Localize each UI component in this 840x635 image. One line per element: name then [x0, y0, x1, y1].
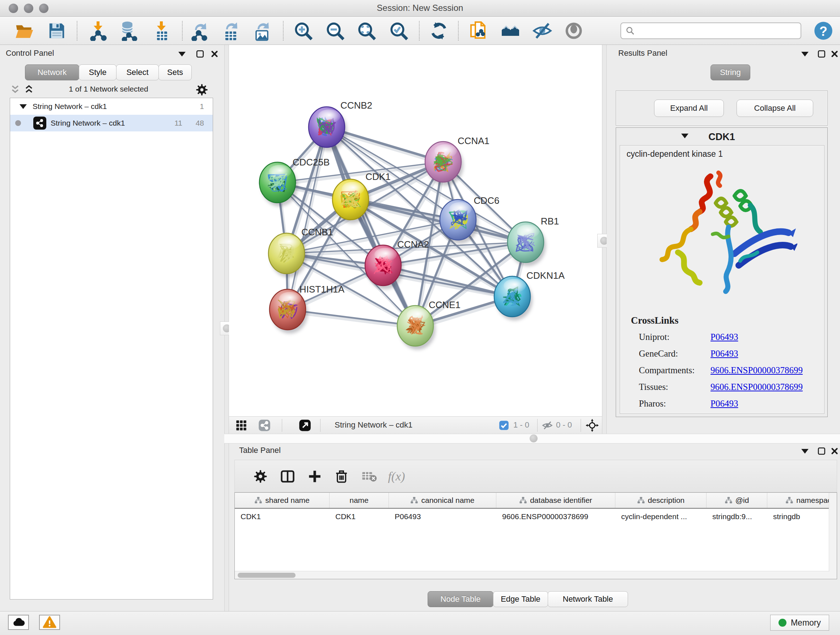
show-columns-button[interactable] — [279, 468, 296, 485]
table-cell[interactable]: cyclin-dependent ... — [615, 509, 706, 524]
refresh-view-button[interactable] — [428, 20, 450, 42]
delete-table-button[interactable] — [361, 468, 378, 485]
close-icon — [831, 447, 838, 455]
table-cell[interactable]: CDK1 — [330, 509, 389, 524]
delete-column-button[interactable] — [333, 468, 350, 485]
help-button[interactable]: ? — [813, 20, 834, 42]
tab-select[interactable]: Select — [116, 65, 159, 80]
network-graph[interactable]: CCNB2CCNA1CDC25BCDK1CDC6RB1CCNB1CCNA2CDK… — [229, 45, 602, 416]
save-floppy-icon — [47, 21, 66, 41]
scrollbar-thumb[interactable] — [238, 573, 295, 578]
table-panel-close-button[interactable] — [830, 447, 839, 456]
table-cell[interactable]: 9606.ENSP00000378699 — [496, 509, 615, 524]
export-image-button[interactable] — [251, 20, 273, 42]
zoom-selected-icon — [388, 21, 409, 41]
column-header-shared-name[interactable]: shared name — [235, 493, 330, 508]
table-panel-title: Table Panel — [239, 446, 281, 455]
tab-network[interactable]: Network — [25, 65, 79, 80]
control-panel-tabbar: NetworkStyleSelectSets — [25, 65, 192, 80]
results-panel-close-button[interactable] — [830, 49, 839, 59]
table-cell[interactable]: CDK1 — [235, 509, 330, 524]
table-cell[interactable]: stringdb:9... — [706, 509, 767, 524]
hierarchy-icon — [725, 496, 733, 504]
expand-all-button[interactable] — [23, 84, 35, 97]
expand-all-button[interactable]: Expand All — [654, 100, 724, 117]
tab-sets[interactable]: Sets — [158, 65, 192, 80]
tab-style[interactable]: Style — [79, 65, 117, 80]
zoom-out-button[interactable] — [324, 20, 346, 42]
export-table-button[interactable] — [219, 20, 241, 42]
network-tree-child-row[interactable]: String Network – cdk1 11 48 — [10, 115, 213, 131]
collapse-all-button[interactable] — [9, 84, 21, 97]
create-column-button[interactable] — [306, 468, 323, 485]
hide-selection-button[interactable] — [531, 20, 553, 42]
crosslink-link[interactable]: 9606.ENSP00000378699 — [711, 365, 803, 375]
crosslink-link[interactable]: P06493 — [711, 348, 738, 359]
import-network-from-database-button[interactable] — [117, 20, 139, 42]
network-tree-root-row[interactable]: String Network – cdk1 1 — [10, 98, 213, 115]
double-chevron-down-icon — [9, 84, 21, 96]
fit-content-button[interactable] — [586, 419, 599, 432]
detach-view-button[interactable] — [298, 419, 311, 432]
open-session-button[interactable] — [14, 20, 35, 42]
search-input[interactable] — [638, 26, 801, 35]
memory-button[interactable]: Memory — [770, 615, 829, 631]
function-builder-button[interactable]: f(x) — [388, 468, 405, 485]
node-label-CCNA2: CCNA2 — [397, 239, 429, 250]
grid-view-button[interactable] — [235, 419, 248, 432]
hidden-indicator[interactable] — [541, 419, 554, 432]
tab-string[interactable]: String — [711, 65, 750, 80]
column-header-description[interactable]: description — [615, 493, 706, 508]
zoom-in-button[interactable] — [292, 20, 314, 42]
selected-checkbox[interactable] — [497, 419, 510, 432]
clone-network-button[interactable] — [467, 20, 489, 42]
column-header-namespace[interactable]: namespace — [767, 493, 837, 508]
table-vertical-scrollbar[interactable] — [829, 493, 837, 579]
columns-icon — [279, 469, 295, 485]
tree-expand-icon[interactable] — [19, 104, 27, 109]
results-panel-collapse-button[interactable] — [800, 49, 810, 59]
table-options-button[interactable] — [252, 468, 269, 485]
control-panel-float-button[interactable] — [195, 49, 205, 59]
birds-eye-view-button[interactable] — [258, 419, 271, 432]
collapse-all-button[interactable]: Collapse All — [737, 100, 813, 117]
tree-child-node-count: 11 — [174, 119, 182, 127]
first-neighbors-button[interactable] — [500, 20, 521, 42]
zoom-fit-button[interactable] — [355, 20, 377, 42]
column-header-id[interactable]: @id — [706, 493, 767, 508]
zoom-selected-button[interactable] — [388, 20, 409, 42]
tab-node-table[interactable]: Node Table — [428, 591, 493, 607]
tab-edge-table[interactable]: Edge Table — [493, 591, 548, 607]
cloud-status-button[interactable] — [8, 615, 29, 630]
window-title: Session: New Session — [0, 3, 840, 13]
svg-text:?: ? — [819, 24, 827, 39]
column-header-label: canonical name — [421, 496, 474, 505]
table-cell[interactable]: stringdb — [767, 509, 837, 524]
show-all-button[interactable] — [563, 20, 584, 42]
tab-network-table[interactable]: Network Table — [548, 591, 628, 607]
crosslink-link[interactable]: P06493 — [711, 399, 738, 409]
table-panel-float-button[interactable] — [817, 447, 826, 456]
control-panel-close-button[interactable] — [210, 49, 219, 59]
table-cell[interactable]: P06493 — [389, 509, 496, 524]
table-row[interactable]: CDK1CDK1P064939606.ENSP00000378699cyclin… — [235, 509, 837, 524]
toolbar-separator — [77, 21, 77, 41]
string-network-icon — [33, 117, 46, 130]
table-panel-collapse-button[interactable] — [800, 447, 810, 456]
plus-icon — [307, 469, 322, 484]
import-table-from-file-button[interactable] — [150, 20, 172, 42]
warnings-button[interactable] — [39, 615, 60, 630]
column-header-name[interactable]: name — [330, 493, 389, 508]
column-header-canonical-name[interactable]: canonical name — [389, 493, 496, 508]
crosslink-link[interactable]: 9606.ENSP00000378699 — [711, 382, 803, 392]
crosslink-link[interactable]: P06493 — [711, 332, 738, 342]
column-header-database-identifier[interactable]: database identifier — [496, 493, 615, 508]
export-network-button[interactable] — [188, 20, 210, 42]
network-options-button[interactable] — [195, 83, 208, 98]
import-network-from-file-button[interactable] — [87, 20, 109, 42]
control-panel-collapse-button[interactable] — [177, 49, 187, 59]
table-horizontal-scrollbar[interactable] — [235, 571, 829, 579]
horizontal-splitter[interactable] — [224, 434, 840, 443]
results-panel-float-button[interactable] — [817, 49, 826, 59]
save-session-button[interactable] — [46, 20, 68, 42]
